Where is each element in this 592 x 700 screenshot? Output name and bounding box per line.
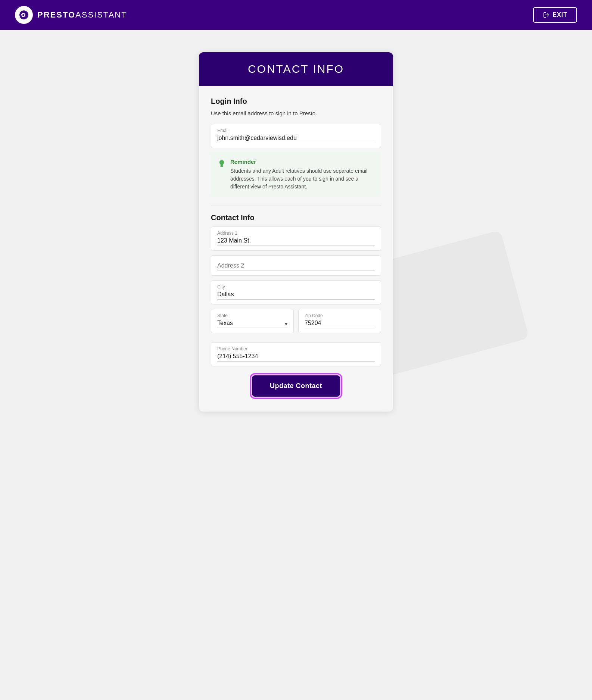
state-select-wrapper: Texas ▾ [217, 320, 287, 328]
zip-label: Zip Code [305, 313, 375, 318]
phone-label: Phone Number [217, 346, 375, 351]
logo-icon [15, 6, 33, 24]
exit-button[interactable]: EXIT [533, 7, 577, 23]
reminder-title: Reminder [230, 159, 374, 165]
zip-field-group: Zip Code [298, 309, 381, 333]
login-section-subtitle: Use this email address to sign in to Pre… [211, 110, 381, 116]
lightbulb-icon [218, 159, 226, 170]
reminder-text: Students and any Adult relatives should … [230, 167, 374, 191]
state-zip-row: State Texas ▾ Zip Code [211, 309, 381, 338]
card-body: Login Info Use this email address to sig… [199, 86, 393, 412]
address1-label: Address 1 [217, 231, 375, 236]
contact-section-heading: Contact Info [211, 213, 381, 222]
city-input[interactable] [217, 291, 375, 300]
update-button-wrapper: Update Contact [211, 375, 381, 397]
address1-field-group: Address 1 [211, 226, 381, 251]
phone-field-group: Phone Number [211, 342, 381, 366]
state-label: State [217, 313, 287, 318]
address1-input[interactable] [217, 237, 375, 246]
app-header: PRESTOASSISTANT EXIT [0, 0, 592, 30]
svg-point-0 [19, 10, 28, 19]
reminder-content: Reminder Students and any Adult relative… [230, 159, 374, 191]
phone-input[interactable] [217, 353, 375, 362]
svg-point-1 [21, 14, 23, 16]
zip-input[interactable] [305, 320, 375, 328]
exit-icon [543, 12, 549, 18]
address2-field-group [211, 255, 381, 276]
main-content: CONTACT INFO Login Info Use this email a… [0, 30, 592, 434]
email-label: Email [217, 128, 375, 133]
city-field-group: City [211, 280, 381, 304]
email-field-group: Email [211, 124, 381, 148]
contact-section: Contact Info Address 1 City [211, 213, 381, 366]
city-label: City [217, 284, 375, 290]
section-divider [211, 206, 381, 206]
reminder-box: Reminder Students and any Adult relative… [211, 153, 381, 197]
address2-input[interactable] [217, 259, 375, 271]
contact-info-card: CONTACT INFO Login Info Use this email a… [199, 52, 393, 412]
email-input[interactable] [217, 135, 375, 143]
page-title: CONTACT INFO [214, 63, 378, 75]
login-section-heading: Login Info [211, 97, 381, 106]
card-header: CONTACT INFO [199, 52, 393, 86]
state-select[interactable]: Texas [217, 320, 287, 328]
state-field-group: State Texas ▾ [211, 309, 294, 333]
logo-area: PRESTOASSISTANT [15, 6, 127, 24]
logo-text: PRESTOASSISTANT [37, 10, 127, 20]
update-contact-button[interactable]: Update Contact [252, 375, 340, 397]
